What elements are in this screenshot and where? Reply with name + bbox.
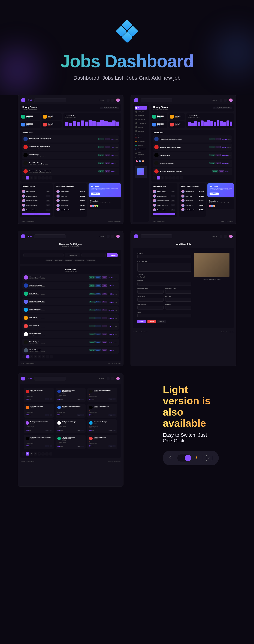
job-card[interactable]: Development Sales RepresentativeCompany📍… bbox=[24, 435, 54, 449]
sidebar-category[interactable]: Development bbox=[135, 147, 147, 150]
job-card[interactable]: Reconciled Sales RepresentativeCompany📍 … bbox=[56, 404, 86, 418]
employer-row[interactable]: Brooklyn SimmonsView bbox=[22, 194, 51, 198]
page-button[interactable]: 2 bbox=[30, 355, 33, 358]
job-row[interactable]: Marketing CoordinatorCompany · Location … bbox=[23, 298, 119, 305]
sidebar-item[interactable]: Clients bbox=[135, 126, 147, 129]
page-button[interactable]: 5 bbox=[172, 176, 175, 180]
search-input[interactable] bbox=[34, 234, 66, 238]
radio-parttime[interactable] bbox=[140, 276, 142, 278]
avatar[interactable] bbox=[116, 377, 120, 380]
page-button[interactable]: › bbox=[46, 355, 49, 358]
page-button[interactable]: 1 bbox=[26, 452, 29, 456]
job-row[interactable]: Dog TrainerCompany · Location · 2 days a… bbox=[23, 290, 119, 297]
radio-fulltime[interactable] bbox=[137, 276, 139, 278]
sidebar-item[interactable]: Statistics bbox=[135, 129, 147, 133]
filter-chip[interactable]: Figma designer bbox=[54, 260, 64, 261]
filter-chip[interactable]: Product Manager bbox=[86, 260, 96, 261]
employer-row[interactable]: Brooklyn SimmonsView bbox=[153, 194, 175, 198]
job-row[interactable]: Web DesignerCompany · Location · 2 days … bbox=[23, 339, 119, 346]
page-button[interactable]: 3 bbox=[165, 176, 168, 180]
settings-icon[interactable] bbox=[224, 99, 227, 102]
sidebar-category[interactable]: Design bbox=[135, 144, 147, 147]
input-skills[interactable] bbox=[137, 314, 191, 318]
input-location[interactable] bbox=[137, 282, 191, 286]
page-button[interactable]: » bbox=[49, 176, 52, 180]
candidate-row[interactable]: Robert Fox$640.31 bbox=[181, 194, 204, 198]
browse-link[interactable]: Browse bbox=[99, 378, 104, 380]
delete-button[interactable]: Delete bbox=[147, 320, 156, 323]
theme-toggle[interactable] bbox=[177, 454, 191, 462]
page-button[interactable]: » bbox=[49, 452, 52, 456]
avatar[interactable] bbox=[116, 235, 120, 238]
job-row[interactable]: President of SalesCompany · Location · 2… bbox=[23, 282, 119, 289]
find-jobs-button[interactable]: Find Jobs bbox=[107, 253, 118, 257]
job-card[interactable]: Territory Sales RepresentativeCompany📍 L… bbox=[24, 420, 54, 433]
sidebar-item[interactable]: Transactions bbox=[135, 122, 147, 125]
input-exp-level[interactable] bbox=[137, 290, 163, 294]
avatar[interactable] bbox=[229, 235, 233, 238]
avatar[interactable] bbox=[116, 98, 120, 102]
browse-link[interactable]: Browse bbox=[99, 99, 104, 101]
settings-icon[interactable] bbox=[111, 235, 114, 238]
post-job-button[interactable]: Post a Job bbox=[209, 192, 218, 195]
employer-row[interactable]: Darlene RobertsonView bbox=[153, 203, 175, 208]
view-more-button[interactable]: View More bbox=[153, 213, 175, 215]
sidebar-item[interactable]: Finances bbox=[135, 114, 147, 117]
input-weekend[interactable] bbox=[165, 306, 191, 310]
job-row[interactable]: Business Development ManagerRemoteSenior… bbox=[153, 168, 232, 175]
job-row[interactable]: Retail Store ManagerApple · Madrid · 1 w… bbox=[22, 160, 119, 167]
settings-icon[interactable] bbox=[224, 235, 227, 238]
filter-category-select[interactable]: Web designing bbox=[65, 253, 80, 257]
page-button[interactable]: » bbox=[180, 176, 183, 180]
page-button[interactable]: ‹ bbox=[22, 176, 25, 180]
notification-icon[interactable] bbox=[220, 99, 222, 102]
expand-icon[interactable]: ⤢ bbox=[206, 455, 212, 461]
job-row[interactable]: Nursing AssistantCompany · Location · 2 … bbox=[23, 306, 119, 313]
employer-row[interactable]: Savannah WilliamsonView bbox=[22, 198, 51, 203]
search-input[interactable] bbox=[141, 234, 172, 238]
page-button[interactable]: » bbox=[50, 355, 53, 358]
job-row[interactable]: Sales ManagerRemoteSenior$586.86/ hour bbox=[153, 152, 232, 159]
page-button[interactable]: ‹ bbox=[22, 452, 25, 456]
page-button[interactable]: ‹ bbox=[23, 355, 26, 358]
page-button[interactable]: 1 bbox=[26, 176, 29, 180]
avatar[interactable] bbox=[229, 98, 233, 102]
job-row[interactable]: Retail Store ManagerRemoteSenior$159.43/… bbox=[153, 160, 232, 167]
candidate-row[interactable]: Kristin Watson$540.31 bbox=[57, 198, 85, 203]
update-button[interactable]: Update bbox=[137, 320, 146, 323]
filter-location-input[interactable] bbox=[82, 253, 106, 257]
page-button[interactable]: 2 bbox=[30, 176, 33, 180]
page-button[interactable]: 4 bbox=[168, 176, 172, 180]
notification-icon[interactable] bbox=[107, 235, 110, 238]
cancel-button[interactable]: Cancel bbox=[157, 320, 166, 323]
upload-hint[interactable]: Drag and drop image or browse bbox=[194, 279, 229, 280]
job-row[interactable]: Medical AssistantCompany · Location · 2 … bbox=[23, 331, 119, 338]
job-card[interactable]: Retail Sales AssistantCompany📍 Location … bbox=[87, 435, 117, 449]
notification-icon[interactable] bbox=[220, 235, 222, 238]
browse-link[interactable]: Browse bbox=[99, 236, 104, 237]
candidate-row[interactable]: Jacob Jones$461.47 bbox=[181, 203, 204, 208]
candidate-row[interactable]: Leslie Alexander$293.01 bbox=[57, 208, 85, 212]
page-button[interactable]: 1 bbox=[26, 355, 30, 358]
notification-icon[interactable] bbox=[107, 377, 110, 380]
page-button[interactable]: 3 bbox=[34, 176, 37, 180]
job-card[interactable]: Retail Sales SpecialistCompany📍 Location… bbox=[24, 404, 54, 418]
employer-row[interactable]: Savannah WilliamsonView bbox=[153, 198, 175, 203]
filter-chip[interactable]: UX Designer bbox=[45, 260, 54, 261]
candidate-row[interactable]: Leslie Alexander$293.01 bbox=[181, 208, 204, 212]
input-hours[interactable] bbox=[137, 306, 163, 310]
filter-chip[interactable]: Laravel developer bbox=[74, 260, 85, 261]
date-range[interactable]: Feb 13, 2022 - Feb 21, 2022 bbox=[100, 106, 119, 109]
job-card[interactable]: Sales RepresentativeCompany📍 Location · … bbox=[24, 388, 54, 402]
job-card[interactable]: Inbound Sales RepresentativeCompany📍 Loc… bbox=[87, 388, 117, 402]
job-row[interactable]: Dog TrainerCompany · Location · 2 days a… bbox=[23, 314, 119, 322]
page-button[interactable]: 4 bbox=[38, 355, 41, 358]
candidate-row[interactable]: Esther Howard$795.25 bbox=[57, 189, 85, 194]
search-input[interactable] bbox=[34, 376, 66, 380]
page-button[interactable]: 3 bbox=[34, 355, 37, 358]
sidebar-category[interactable]: Marketing bbox=[135, 140, 147, 143]
job-row[interactable]: Business Development ManagerNetflix · Am… bbox=[22, 168, 119, 175]
candidate-row[interactable]: Esther Howard$795.25 bbox=[181, 189, 204, 194]
job-card[interactable]: Development ManagerCompany📍 Location · R… bbox=[87, 420, 117, 433]
page-button[interactable]: 5 bbox=[42, 176, 45, 180]
